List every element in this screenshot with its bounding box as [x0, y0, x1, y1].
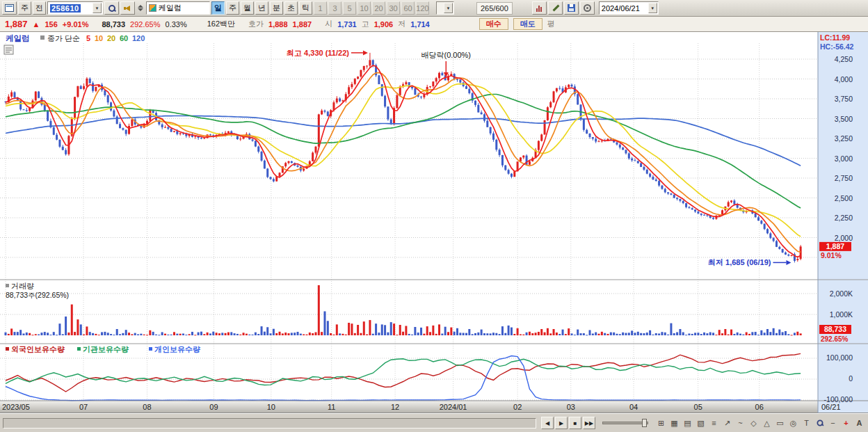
stock-spinner[interactable] [136, 1, 145, 15]
quote-bar: 1,887 ▲ 156 +9.01% 88,733 292.65% 0.33% … [0, 17, 868, 32]
date-picker[interactable]: 2024/06/21 ▼ [599, 1, 659, 15]
period-tick-button[interactable]: 틱 [299, 1, 312, 15]
svg-text:03: 03 [567, 403, 575, 411]
period-week-button[interactable]: 주 [226, 1, 239, 15]
pane-layout-icon[interactable]: ⊞ [655, 417, 667, 429]
magnifier-button[interactable] [814, 417, 826, 429]
zoom-slider[interactable] [602, 422, 648, 424]
diamond-tool-icon[interactable]: ◇ [748, 417, 760, 429]
stock-code-value: 258610 [50, 4, 81, 13]
current-volume-tag: 88,733292.65% [819, 325, 851, 343]
stock-code-input[interactable]: 258610 ▼ [47, 1, 103, 15]
interval-60-button[interactable]: 60 [401, 1, 415, 15]
svg-text:09: 09 [209, 403, 218, 411]
stock-logo-icon [149, 4, 156, 12]
svg-text:12: 12 [391, 403, 399, 411]
interval-1-button[interactable]: 1 [314, 1, 327, 15]
svg-text:06/21: 06/21 [821, 403, 841, 411]
code-dropdown-arrow-icon[interactable]: ▼ [93, 3, 102, 13]
grid-icon[interactable]: ▦ [668, 417, 680, 429]
stock-jeon-button[interactable]: 전 [33, 1, 46, 15]
period-day-button[interactable]: 일 [211, 1, 225, 15]
period-minute-button[interactable]: 분 [270, 1, 283, 15]
svg-text:05: 05 [694, 403, 702, 411]
svg-text:1,000K: 1,000K [830, 310, 853, 319]
svg-text:88,733주(292.65%): 88,733주(292.65%) [6, 291, 69, 299]
rect-tool-icon[interactable]: ▭ [774, 417, 786, 429]
triangle-tool-icon[interactable]: △ [761, 417, 773, 429]
trade-value: 162백만 [207, 19, 235, 29]
chart-style-dropdown-arrow-icon[interactable]: ▼ [444, 3, 453, 13]
scroll-right-button[interactable]: ▶ [555, 417, 568, 429]
svg-text:2,000K: 2,000K [830, 289, 853, 298]
trendline-icon[interactable]: ↗ [721, 417, 733, 429]
svg-text:20: 20 [107, 34, 115, 42]
svg-text:08: 08 [143, 403, 151, 411]
text-tool-icon[interactable]: T [801, 417, 812, 429]
stock-name-display: 케일럼 [146, 1, 210, 15]
change-value: 156 [45, 20, 57, 29]
list-icon[interactable]: ≡ [708, 417, 720, 429]
announce-button[interactable] [120, 1, 135, 15]
svg-text:1,887: 1,887 [826, 242, 844, 250]
stock-week-button[interactable]: 주 [18, 1, 31, 15]
interval-5-button[interactable]: 5 [343, 1, 356, 15]
target-tool-icon[interactable]: ◎ [787, 417, 799, 429]
period-year-button[interactable]: 년 [255, 1, 268, 15]
interval-120-button[interactable]: 120 [416, 1, 429, 15]
interval-20-button[interactable]: 20 [372, 1, 385, 15]
svg-text:292.65%: 292.65% [821, 335, 849, 343]
svg-text:2,000: 2,000 [835, 234, 853, 242]
low-price: 1,714 [410, 20, 430, 29]
bid-price: 1,887 [293, 20, 312, 29]
chart-style-dropdown[interactable]: ▼ [436, 1, 454, 15]
zoom-slider-thumb[interactable] [642, 419, 647, 427]
trading-app-window: 주 전 258610 ▼ 케일럼 일 주 월 년 분 초 틱 1 3 5 10 … [0, 0, 868, 432]
rows-icon[interactable]: ▤ [682, 417, 693, 429]
date-dropdown-arrow-icon[interactable]: ▼ [648, 3, 657, 13]
spin-down-icon [138, 8, 143, 11]
draw-tool-button[interactable] [548, 1, 563, 15]
hc-value: HC:-56.42 [820, 42, 854, 51]
svg-text:기관보유수량: 기관보유수량 [83, 345, 129, 353]
wave-icon[interactable]: ~ [734, 417, 746, 429]
scroll-left-button[interactable]: ◀ [541, 417, 554, 429]
interval-10-button[interactable]: 10 [357, 1, 371, 15]
interval-3-button[interactable]: 3 [328, 1, 341, 15]
svg-text:2,500: 2,500 [835, 194, 853, 202]
sell-button[interactable]: 매도 [513, 18, 542, 30]
hatch-icon[interactable]: ▧ [695, 417, 707, 429]
buy-button[interactable]: 매수 [479, 18, 508, 30]
svg-text:종가 단순: 종가 단순 [47, 34, 80, 42]
bar-style-button[interactable] [532, 1, 547, 15]
chart-settings-button[interactable] [580, 1, 595, 15]
period-second-button[interactable]: 초 [284, 1, 298, 15]
price-pane-legend: 케일럼종가 단순5102060120 [6, 34, 145, 42]
pencil-icon [552, 4, 559, 12]
svg-text:5: 5 [86, 34, 90, 42]
search-button[interactable] [104, 1, 119, 15]
legend-settings-icon[interactable] [4, 45, 13, 54]
turnover-percent: 0.33% [166, 20, 187, 29]
zoom-in-button[interactable]: + [840, 417, 852, 429]
date-value: 2024/06/21 [602, 4, 640, 13]
change-direction-icon: ▲ [33, 20, 40, 29]
interval-30-button[interactable]: 30 [387, 1, 400, 15]
chart-plot-background[interactable] [0, 32, 818, 413]
current-price: 1,887 [5, 19, 28, 29]
ex-dividend-label: 배당락(0.00%) [421, 51, 472, 59]
stop-button[interactable]: ■ [569, 417, 581, 429]
chart-area[interactable]: 케일럼종가 단순5102060120거래량88,733주(292.65%)외국인… [0, 32, 868, 413]
save-chart-button[interactable] [564, 1, 579, 15]
open-price: 1,731 [337, 20, 357, 29]
svg-text:02: 02 [513, 403, 522, 411]
svg-text:2023/05: 2023/05 [2, 403, 30, 411]
period-month-button[interactable]: 월 [241, 1, 254, 15]
zoom-out-button[interactable]: − [827, 417, 839, 429]
hscroll-track[interactable] [3, 418, 536, 429]
chart-window-button[interactable] [2, 1, 17, 15]
svg-text:10: 10 [267, 403, 275, 411]
auto-scale-button[interactable]: A [853, 417, 865, 429]
scroll-end-button[interactable]: ▶▶ [583, 417, 595, 429]
stock-chart[interactable]: 케일럼종가 단순5102060120거래량88,733주(292.65%)외국인… [0, 32, 868, 413]
